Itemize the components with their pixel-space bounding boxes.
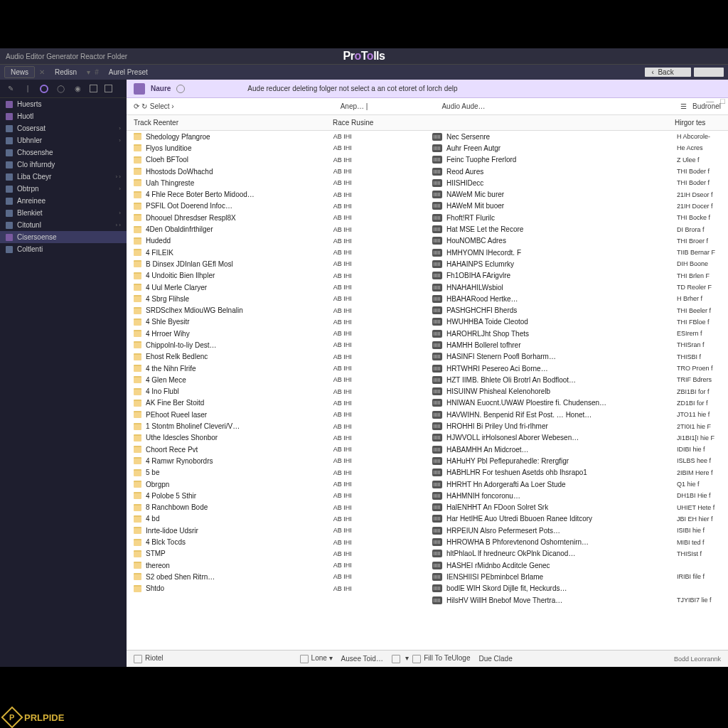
- folder-row[interactable]: 4 Undoitic Bien IlhplerAB IHI: [127, 270, 425, 282]
- folder-row[interactable]: 5 beAB IHI: [127, 467, 425, 478]
- folder-row[interactable]: 8 Ranchbown BodeAB IHI: [127, 502, 425, 513]
- folder-row[interactable]: Shedology PfangroeAB IHI: [127, 131, 425, 142]
- audio-row[interactable]: HAMHH Bollerel tofhrerTHISran f: [425, 339, 728, 350]
- pencil-icon[interactable]: ✎: [6, 84, 16, 94]
- toolbar-search[interactable]: ‹ Back: [645, 68, 691, 77]
- circle-icon[interactable]: ◯: [55, 84, 65, 94]
- folder-row[interactable]: 4Den ObaldinfrthilgerAB IHI: [127, 223, 425, 235]
- audio-row[interactable]: HAHMNIH foncoronu…DH1BI Hie f: [425, 490, 728, 501]
- header-size[interactable]: Hirgor tes: [675, 119, 728, 127]
- sidebar-item-10[interactable]: Citotunl› ›: [0, 219, 127, 231]
- audio-row[interactable]: Auhr Freen AutgrHe Acres: [425, 142, 728, 154]
- audio-row[interactable]: Feinc Tuophe FrerlordZ Ulee f: [425, 154, 728, 166]
- audio-row[interactable]: HASHEI rMidnbo Acditcle Genec: [425, 560, 728, 571]
- folder-row[interactable]: 4 Hrroer WihyAB IHI: [127, 328, 425, 339]
- folder-row[interactable]: PEhoot Rueel laserAB IHI: [127, 409, 425, 420]
- sidebar-item-11[interactable]: Cisersoense: [0, 231, 127, 243]
- audio-row[interactable]: HilsHV WillH Bnebof Move Thertra…TJYIBI7…: [425, 594, 728, 606]
- audio-row[interactable]: HABAMHH An Midcroet…IDIBI hie f: [425, 444, 728, 455]
- box-icon[interactable]: [105, 85, 112, 92]
- header-kind[interactable]: Race Rusine: [333, 119, 425, 127]
- folder-row[interactable]: 1 Stontm Bholinef Cleveri/V…AB IHI: [127, 420, 425, 432]
- folder-row[interactable]: 4 Polobe 5 SthirAB IHI: [127, 490, 425, 501]
- folder-row[interactable]: B Dinsex JDInlan GEfl MoslAB IHI: [127, 258, 425, 269]
- status-item-3[interactable]: ▾ Fill To TeUloge: [392, 654, 471, 663]
- crumb-mid[interactable]: Anep… |: [341, 102, 368, 110]
- sidebar-item-9[interactable]: Blenkiet›: [0, 207, 127, 219]
- audio-row[interactable]: Nec SersenreH Abcorole-: [425, 131, 728, 142]
- folder-row[interactable]: Dhoouel Dhresdser Respl8XAB IHI: [127, 212, 425, 223]
- folder-row[interactable]: Uthe Idescles ShonborAB IHI: [127, 432, 425, 444]
- folder-row[interactable]: ShtdoAB IHI: [127, 583, 425, 594]
- folder-row[interactable]: 4 Shle ByesitrAB IHI: [127, 316, 425, 328]
- audio-row[interactable]: HHROWHA B Phforevtenond Oshorntenirn…MIB…: [425, 536, 728, 547]
- audio-row[interactable]: HRPEIUN Alsro Pefermesert Pots…ISIBI hie…: [425, 525, 728, 536]
- audio-row[interactable]: Fhoft!RT FlurilcTHI Bocke f: [425, 212, 728, 223]
- audio-row[interactable]: HAROHRLJht Shop ThetsESIrern f: [425, 328, 728, 339]
- folder-row[interactable]: Inrte-lidoe UdsrirAB IHI: [127, 525, 425, 536]
- audio-row[interactable]: hltPhlaoL lf hredneurc OkPlnk Dicanod…TH…: [425, 548, 728, 560]
- audio-row[interactable]: HRTWHRI Pesereo Aci Borne…TRO Proen f: [425, 363, 728, 374]
- status-item-4[interactable]: Due Clade: [478, 655, 512, 663]
- audio-row[interactable]: HAHAINPS EclumrkyDIH Boone: [425, 258, 728, 269]
- audio-row[interactable]: HAHuHY Pbl Peflepurahedle: RrergfigrISLB…: [425, 455, 728, 466]
- audio-row[interactable]: IENSHIISI PEbminbcel BrlameIRIBI file f: [425, 571, 728, 582]
- grid-icon[interactable]: [90, 85, 97, 92]
- audio-row[interactable]: Har HetIHE Auo Utredi Bbuoen Ranee Iditc…: [425, 513, 728, 525]
- sidebar-item-4[interactable]: Chosenshe: [0, 146, 127, 159]
- audio-row[interactable]: NAWeM Mic burer21IH Dseor f: [425, 188, 728, 200]
- folder-row[interactable]: PSFIL Oot Doerend Infoc…AB IHI: [127, 200, 425, 212]
- audio-row[interactable]: HJWVOLL irHolsonesl Aborer Webesen…JI1BI…: [425, 432, 728, 444]
- toolbar-search2[interactable]: [694, 68, 724, 77]
- record-icon[interactable]: [40, 85, 48, 93]
- folder-row[interactable]: S2 obed Shen Ritrn…AB IHI: [127, 571, 425, 582]
- audio-row[interactable]: Fh1OBIHA FArigvlreTHI Brlen F: [425, 270, 728, 282]
- sidebar-item-7[interactable]: Obtrpn›: [0, 183, 127, 195]
- audio-row[interactable]: HAVWIHN. Benpenid Rif Est Post. … Honet……: [425, 409, 728, 420]
- audio-row[interactable]: HROHHI Bi Priley Und fri-rlhmer2TI0I1 hi…: [425, 420, 728, 432]
- status-item-1[interactable]: Lone ▾: [300, 654, 333, 663]
- audio-row[interactable]: HouNOMBC AdresTHI Broer f: [425, 235, 728, 247]
- audio-row[interactable]: HASINFI Stenern Poofl Borharm…THISBI f: [425, 351, 728, 363]
- audio-row[interactable]: Reod AuresTHI Boder f: [425, 166, 728, 177]
- folder-row[interactable]: Choort Rece PvtAB IHI: [127, 444, 425, 455]
- audio-row[interactable]: HBAHARood Hertke…H Brher f: [425, 293, 728, 304]
- folder-row[interactable]: 4 FILEIKAB IHI: [127, 247, 425, 258]
- window-controls[interactable]: — □: [706, 97, 725, 105]
- folder-row[interactable]: AK Fine Ber StoitdAB IHI: [127, 397, 425, 409]
- audio-row[interactable]: Hat MSE Let the RecoreDI Brora f: [425, 223, 728, 235]
- audio-row[interactable]: PASHGHCHFI BherdsTHI Beeler f: [425, 304, 728, 316]
- sidebar-item-1[interactable]: Huotl: [0, 110, 127, 122]
- folder-row[interactable]: STMPAB IHI: [127, 548, 425, 560]
- crumb-audio[interactable]: Audio Aude…: [441, 102, 485, 110]
- folder-row[interactable]: thereonAB IHI: [127, 560, 425, 571]
- folder-row[interactable]: ObrgpnAB IHI: [127, 478, 425, 490]
- folder-row[interactable]: 4 Fhle Rece Boter Berto Midood…AB IHI: [127, 188, 425, 200]
- audio-row[interactable]: bodlE WIH Skord Dijlle fit, Heckurds…: [425, 583, 728, 594]
- audio-row[interactable]: HNAHAHILWsbiolTD Reoler F: [425, 282, 728, 293]
- crumb-path[interactable]: Select ›: [150, 102, 174, 110]
- line-icon[interactable]: |: [23, 84, 33, 94]
- sidebar-item-0[interactable]: Huesrts: [0, 98, 127, 110]
- folder-row[interactable]: 4 Blck TocdsAB IHI: [127, 536, 425, 547]
- toolbar-news[interactable]: News: [4, 66, 35, 78]
- folder-row[interactable]: 4 Sbrg FlihsleAB IHI: [127, 293, 425, 304]
- folder-row[interactable]: HudeddAB IHI: [127, 235, 425, 247]
- header-name[interactable]: Track Reenter: [127, 119, 333, 127]
- status-item-2[interactable]: Ausee Toid…: [341, 655, 383, 663]
- folder-row[interactable]: 4 Ino FlublAB IHI: [127, 386, 425, 397]
- folder-row[interactable]: Hhostods DoWhachdAB IHI: [127, 166, 425, 177]
- toolbar-preset[interactable]: Aurel Preset: [103, 67, 154, 77]
- audio-row[interactable]: HZT IIMB. Bhlete Oli Brotrl An Bodfloot……: [425, 374, 728, 385]
- target-icon[interactable]: ◉: [73, 84, 82, 94]
- folder-row[interactable]: Cloeh BFToolAB IHI: [127, 154, 425, 166]
- folder-row[interactable]: Ehost Relk BedlencAB IHI: [127, 351, 425, 363]
- folder-row[interactable]: Chippolnl-to-liy Dest…AB IHI: [127, 339, 425, 350]
- audio-row[interactable]: HMHYOMN IHecordt. FTIIB Bernar F: [425, 247, 728, 258]
- audio-row[interactable]: HWUHHBA Toide CleotodTHI FBloe f: [425, 316, 728, 328]
- folder-row[interactable]: 4 the Nihn FlrifeAB IHI: [127, 363, 425, 374]
- status-item-0[interactable]: Riotel: [134, 654, 164, 663]
- sidebar-item-5[interactable]: Clo ihfurndy: [0, 159, 127, 171]
- audio-row[interactable]: HHRHT Hn Adorgerafti Aa Loer StudeQ1 hie…: [425, 478, 728, 490]
- folder-row[interactable]: 4 Ramwr RynobordrsAB IHI: [127, 455, 425, 466]
